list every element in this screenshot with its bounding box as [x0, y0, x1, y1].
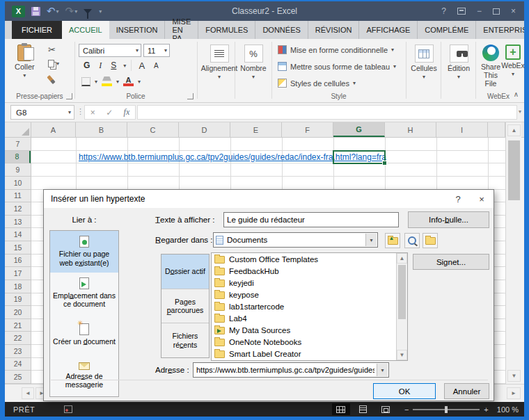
redo-dropdown-icon[interactable]: ▾: [74, 8, 77, 15]
browsed-pages-tab[interactable]: Pages p̲arcourues: [161, 289, 209, 324]
tab-complements[interactable]: COMPLÉME: [418, 21, 476, 39]
browse-file-button[interactable]: [423, 233, 438, 248]
zoom-slider[interactable]: [413, 409, 480, 410]
page-layout-view-icon[interactable]: [354, 403, 372, 415]
row-header-25[interactable]: 25: [5, 371, 31, 384]
italic-button[interactable]: I: [97, 60, 104, 71]
ribbon-display-options-icon[interactable]: [457, 8, 466, 15]
customize-qat-icon[interactable]: ▾: [99, 8, 102, 15]
row-header-23[interactable]: 23: [5, 345, 31, 358]
ok-button[interactable]: OK: [373, 383, 436, 399]
collapse-ribbon-icon[interactable]: ∧: [514, 90, 519, 98]
sidebar-place-in-document[interactable]: Empla̲cement dans ce document: [50, 273, 118, 314]
screentip-button[interactable]: Info-b̲ulle...: [408, 211, 489, 228]
column-header-partial[interactable]: [488, 122, 505, 137]
borders-dropdown-icon[interactable]: ▾: [95, 79, 97, 85]
list-item[interactable]: lab1startercode: [212, 300, 407, 312]
display-text-input[interactable]: Le guide du rédacteur: [223, 212, 399, 227]
row-header-14[interactable]: 14: [5, 228, 31, 241]
cell-styles-button[interactable]: Styles de cellules▾: [278, 79, 356, 88]
font-color-button[interactable]: A: [123, 76, 134, 86]
column-header-f[interactable]: F: [282, 122, 333, 137]
font-name-combo[interactable]: Calibri▾: [79, 44, 141, 57]
fill-color-button[interactable]: [102, 76, 112, 86]
vertical-scrollbar[interactable]: ▲ ▼: [505, 122, 521, 384]
number-group-button[interactable]: % Nombre ▾: [239, 45, 267, 80]
paste-button[interactable]: Coller ▾: [15, 45, 35, 79]
recent-files-tab[interactable]: Fichiers réc̲ents: [161, 323, 209, 357]
column-header-g[interactable]: G: [333, 122, 385, 137]
grow-font-button[interactable]: A: [136, 60, 147, 71]
editing-group-button[interactable]: Édition ▾: [445, 45, 473, 80]
row-header-15[interactable]: 15: [5, 241, 31, 255]
file-list-scrollbar-thumb[interactable]: [398, 265, 406, 319]
browse-web-button[interactable]: [404, 233, 420, 248]
name-box-dropdown-icon[interactable]: ▾: [68, 109, 71, 115]
save-icon[interactable]: [31, 7, 40, 16]
tab-affichage[interactable]: AFFICHAGE: [359, 21, 418, 39]
row-header-24[interactable]: 24: [5, 358, 31, 371]
minimize-icon[interactable]: −: [477, 6, 482, 16]
formula-input[interactable]: [137, 105, 517, 120]
tab-enterprise[interactable]: ENTERPRISE: [476, 21, 524, 39]
row-header-21[interactable]: 21: [5, 319, 31, 332]
tab-revision[interactable]: RÉVISION: [308, 21, 360, 39]
undo-button[interactable]: ↶▾: [47, 5, 59, 17]
scroll-right-icon[interactable]: ►: [507, 387, 521, 399]
tab-insertion[interactable]: INSERTION: [109, 21, 166, 39]
expand-formula-bar-icon[interactable]: ▾: [519, 108, 521, 115]
row-header-9[interactable]: 9: [5, 163, 31, 177]
tab-fichier[interactable]: FICHIER: [12, 21, 62, 39]
tab-donnees[interactable]: DONNÉES: [255, 21, 308, 39]
address-dropdown-icon[interactable]: ▾: [377, 364, 388, 376]
list-item[interactable]: keypose: [212, 289, 407, 300]
tab-accueil[interactable]: ACCUEIL: [62, 21, 109, 39]
list-scroll-down-icon[interactable]: ▼: [397, 350, 407, 360]
row-header-19[interactable]: 19: [5, 293, 31, 307]
scroll-up-icon[interactable]: ▲: [507, 124, 521, 136]
file-list[interactable]: Custom Office Templates FeedbackHub keyj…: [211, 252, 408, 361]
look-in-combo[interactable]: Documents ▾: [213, 232, 378, 248]
format-as-table-button[interactable]: Mettre sous forme de tableau▾: [278, 62, 396, 71]
zoom-slider-thumb[interactable]: [445, 406, 448, 413]
sidebar-existing-file[interactable]: Fichier ou page web ex̲istant(e): [50, 231, 118, 273]
clipboard-dialog-launcher-icon[interactable]: [66, 93, 72, 99]
undo-dropdown-icon[interactable]: ▾: [56, 8, 59, 15]
cancel-entry-icon[interactable]: ×: [90, 108, 95, 118]
confirm-entry-icon[interactable]: ✓: [106, 108, 113, 118]
row-header-18[interactable]: 18: [5, 280, 31, 293]
column-header-b[interactable]: B: [76, 122, 127, 137]
close-icon[interactable]: ×: [511, 6, 516, 16]
zoom-out-icon[interactable]: −: [404, 405, 409, 414]
restore-icon[interactable]: [493, 8, 500, 15]
tab-formules[interactable]: FORMULES: [198, 21, 255, 39]
dialog-close-icon[interactable]: ×: [470, 190, 494, 208]
normal-view-icon[interactable]: [332, 403, 350, 415]
formula-bar-handle-icon[interactable]: ⋮: [77, 107, 84, 116]
sidebar-create-new-document[interactable]: Créer un d̲ocument: [50, 314, 118, 355]
list-scroll-up-icon[interactable]: ▲: [397, 253, 407, 264]
list-item[interactable]: Smart Label Creator: [212, 348, 407, 360]
conditional-formatting-button[interactable]: Mise en forme conditionnelle▾: [278, 45, 394, 54]
redo-button[interactable]: ↷▾: [65, 5, 78, 17]
row-header-17[interactable]: 17: [5, 267, 31, 280]
column-header-e[interactable]: E: [230, 122, 282, 137]
webex-button[interactable]: + WebEx ▾: [503, 45, 523, 77]
row-header-22[interactable]: 22: [5, 332, 31, 345]
font-size-combo[interactable]: 11▾: [143, 44, 170, 57]
underline-button[interactable]: S: [109, 60, 118, 70]
font-dialog-launcher-icon[interactable]: [187, 93, 194, 99]
name-box[interactable]: G8▾: [10, 105, 74, 120]
copy-button[interactable]: ▾: [48, 60, 59, 67]
borders-icon[interactable]: [81, 77, 90, 86]
file-list-scrollbar[interactable]: ▲ ▼: [396, 253, 407, 360]
row-header-7[interactable]: 7: [5, 138, 31, 151]
tab-mise-en-page[interactable]: MISE EN PA: [165, 21, 198, 39]
share-this-file-button[interactable]: Share This File: [480, 45, 502, 88]
page-break-view-icon[interactable]: [377, 403, 395, 415]
sheet-tab-scroll-left-icon[interactable]: ◄: [22, 387, 34, 399]
list-item[interactable]: FeedbackHub: [212, 265, 407, 277]
underline-dropdown-icon[interactable]: ▾: [123, 63, 126, 69]
row-header-11[interactable]: 11: [5, 190, 31, 203]
insert-function-icon[interactable]: fx: [124, 107, 130, 118]
